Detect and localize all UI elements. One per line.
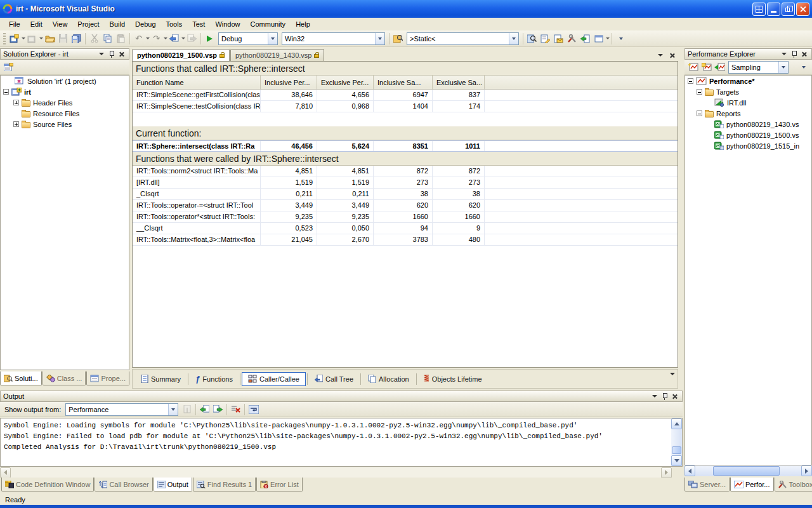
col-inclusive-percent[interactable]: Inclusive Per... — [261, 76, 317, 89]
launch-performance-wizard-button[interactable] — [687, 61, 699, 73]
expand-icon[interactable] — [13, 121, 19, 127]
scroll-track[interactable] — [11, 467, 661, 478]
col-inclusive-samples[interactable]: Inclusive Sa... — [374, 76, 433, 89]
auto-hide-pin-button[interactable] — [660, 392, 669, 401]
profiling-method-combobox[interactable]: Sampling — [728, 61, 789, 74]
new-project-dropdown-icon[interactable] — [22, 37, 25, 39]
tab-class-view[interactable]: Class ... — [43, 371, 86, 385]
tools-options-button[interactable] — [566, 32, 578, 44]
tree-item-irt-dll[interactable]: IRT.dll — [685, 97, 811, 108]
combo-dropdown-button[interactable] — [375, 33, 384, 44]
tab-objects-lifetime[interactable]: Objects Lifetime — [418, 372, 488, 386]
scroll-down-button[interactable] — [671, 455, 682, 466]
col-exclusive-percent[interactable]: Exclusive Per... — [317, 76, 374, 89]
tab-caller-callee[interactable]: Caller/Callee — [242, 372, 306, 386]
tree-item-solution[interactable]: Solution 'irt' (1 project) — [1, 76, 129, 86]
tree-item-reports[interactable]: Reports — [685, 108, 811, 119]
table-row[interactable]: __CIsqrt0,523 0,05094 9 — [133, 223, 678, 234]
menu-debug[interactable]: Debug — [130, 19, 160, 29]
restore-button[interactable] — [782, 3, 795, 16]
table-row[interactable]: [IRT.dll]1,519 1,519273 273 — [133, 177, 678, 189]
auto-hide-pin-button[interactable] — [789, 50, 799, 58]
table-row[interactable]: IRT::Tools::operator-=<struct IRT::Tool3… — [133, 200, 678, 211]
scroll-track[interactable] — [695, 465, 801, 476]
col-exclusive-samples[interactable]: Exclusive Sa... — [433, 76, 485, 89]
current-function-row[interactable]: IRT::Sphere::intersect(class IRT::Ra46,4… — [133, 140, 678, 152]
table-row[interactable]: IRT::Tools::operator*<struct IRT::Tools:… — [133, 211, 678, 223]
menu-tools[interactable]: Tools — [161, 19, 188, 29]
edit-document-button[interactable] — [539, 32, 551, 44]
find-symbol-button[interactable] — [526, 32, 538, 44]
scroll-left-button[interactable] — [0, 467, 11, 478]
close-panel-button[interactable] — [670, 392, 679, 401]
goto-reference-button[interactable] — [181, 403, 193, 415]
scroll-right-button[interactable] — [661, 467, 672, 478]
save-button[interactable] — [57, 32, 69, 44]
expand-icon[interactable] — [13, 100, 19, 105]
collapse-icon[interactable] — [688, 78, 693, 84]
tab-call-tree[interactable]: Call Tree — [309, 372, 359, 386]
undo-dropdown-icon[interactable] — [146, 37, 150, 39]
tab-functions[interactable]: ƒ Functions — [190, 372, 239, 386]
tab-find-results-1[interactable]: Find Results 1 — [193, 478, 256, 491]
menu-window[interactable]: Window — [210, 19, 245, 29]
scroll-track[interactable] — [671, 429, 682, 455]
menu-help[interactable]: Help — [291, 19, 315, 29]
import-export-settings-button[interactable] — [579, 32, 591, 44]
tree-item-project[interactable]: irt — [1, 86, 129, 97]
add-item-dropdown-icon[interactable] — [39, 37, 43, 39]
new-project-button[interactable] — [8, 32, 20, 44]
table-row[interactable]: IRT::SimpleScene::testCollision(class IR… — [133, 101, 678, 112]
tab-properties[interactable]: Prope... — [86, 371, 129, 385]
close-panel-button[interactable] — [117, 50, 126, 58]
copy-button[interactable] — [102, 32, 114, 44]
collapse-icon[interactable] — [697, 89, 702, 95]
menu-community[interactable]: Community — [246, 19, 291, 29]
tab-code-definition-window[interactable]: Code Definition Window — [1, 478, 94, 491]
window-position-button[interactable] — [650, 392, 659, 401]
window-position-button[interactable] — [779, 50, 789, 58]
new-performance-session-button[interactable] — [700, 61, 712, 73]
tab-solution-explorer[interactable]: Soluti... — [0, 371, 42, 385]
tree-item-header-files[interactable]: Header Files — [1, 97, 129, 108]
save-all-button[interactable] — [70, 32, 82, 44]
tree-item-targets[interactable]: Targets — [685, 86, 811, 97]
menu-project[interactable]: Project — [72, 19, 104, 29]
properties-button[interactable] — [3, 61, 15, 73]
scroll-thumb[interactable] — [713, 466, 780, 476]
menu-edit[interactable]: Edit — [25, 19, 48, 29]
redo-dropdown-icon[interactable] — [164, 37, 167, 39]
document-list-button[interactable] — [655, 50, 665, 60]
word-wrap-button[interactable] — [247, 403, 259, 415]
table-row[interactable]: _CIsqrt0,211 0,21138 38 — [133, 189, 678, 200]
send-feedback-button[interactable] — [553, 32, 565, 44]
launch-with-profiling-button[interactable] — [714, 61, 726, 73]
menu-view[interactable]: View — [48, 19, 73, 29]
tree-item-report-1430[interactable]: python080219_1430.vs — [685, 119, 811, 130]
close-document-button[interactable] — [667, 50, 677, 60]
tab-toolbox[interactable]: Toolbox — [775, 478, 812, 491]
combo-dropdown-button[interactable] — [778, 62, 788, 73]
window-dropdown-icon[interactable] — [606, 37, 610, 39]
navigate-backward-dropdown-icon[interactable] — [181, 37, 185, 39]
tab-allocation[interactable]: Allocation — [362, 372, 415, 386]
scroll-thumb[interactable] — [672, 446, 681, 454]
tab-summary[interactable]: Summary — [135, 372, 187, 386]
doc-tab-python080219-1500[interactable]: python080219_1500.vsp — [132, 49, 230, 61]
tree-item-source-files[interactable]: Source Files — [1, 119, 129, 130]
auto-hide-pin-button[interactable] — [107, 50, 116, 58]
scroll-right-button[interactable] — [801, 465, 812, 476]
close-panel-button[interactable] — [799, 50, 809, 58]
tab-output[interactable]: Output — [154, 478, 192, 491]
undo-button[interactable]: ↶ — [133, 32, 145, 44]
tab-performance-explorer[interactable]: Perfor... — [730, 478, 774, 491]
active-window-button[interactable] — [593, 32, 605, 44]
menu-test[interactable]: Test — [187, 19, 210, 29]
tree-item-report-1515[interactable]: python080219_1515_in — [685, 140, 811, 151]
tab-call-browser[interactable]: Call Browser — [95, 478, 152, 491]
table-row[interactable]: IRT::SimpleScene::getFirstCollision(clas… — [133, 90, 678, 101]
output-text-area[interactable]: Symbol Engine: Loading symbols for modul… — [0, 418, 683, 467]
toolbar-overflow-button[interactable] — [797, 61, 809, 73]
col-function-name[interactable]: Function Name — [133, 76, 261, 89]
open-file-button[interactable] — [44, 32, 56, 44]
